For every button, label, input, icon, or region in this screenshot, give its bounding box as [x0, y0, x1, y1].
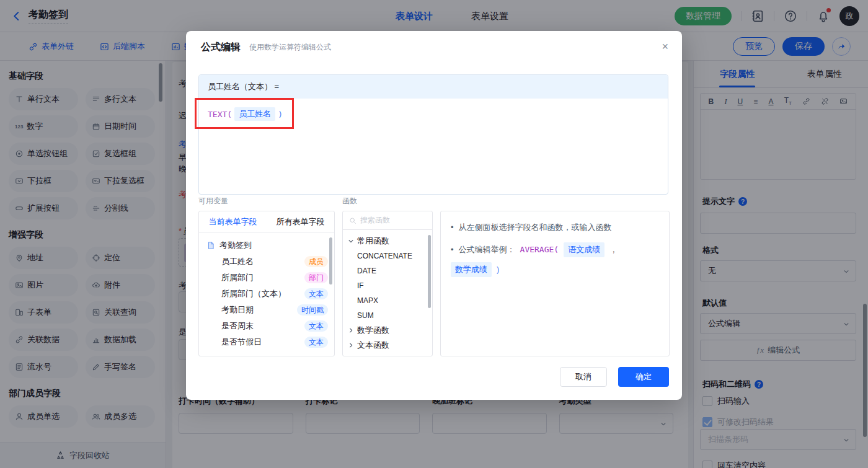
formula-edit-modal: 公式编辑 使用数学运算符编辑公式 × 员工姓名（文本） = TEXT( 员工姓名… — [186, 31, 682, 400]
function-item[interactable]: IF — [343, 278, 432, 293]
formula-field-chip[interactable]: 员工姓名 — [234, 107, 275, 121]
chevron-right-icon — [348, 327, 354, 333]
formula-editor[interactable]: 员工姓名（文本） = TEXT( 员工姓名 ) — [198, 74, 668, 195]
function-group[interactable]: 常用函数 — [343, 234, 432, 249]
functions-label: 函数 — [342, 196, 357, 206]
formula-target: 员工姓名（文本） = — [199, 75, 668, 99]
variables-panel: 当前表单字段所有表单字段 考勤签到员工姓名成员所属部门部门所属部门（文本）文本考… — [198, 211, 335, 356]
help-example-chip: 语文成绩 — [564, 242, 604, 257]
close-icon[interactable]: × — [662, 41, 668, 52]
modal-title: 公式编辑 — [201, 41, 241, 54]
variable-field-row[interactable]: 所属部门（文本）文本 — [199, 286, 334, 302]
help-example-close-paren: ) — [497, 263, 499, 276]
field-type-tag: 文本 — [304, 288, 328, 299]
variables-label: 可用变量 — [198, 196, 228, 206]
function-item[interactable]: SUM — [343, 308, 432, 323]
variable-field-row[interactable]: 是否节假日文本 — [199, 334, 334, 350]
chevron-right-icon — [348, 342, 354, 348]
help-line-1: 从左侧面板选择字段名和函数，或输入函数 — [459, 221, 612, 234]
field-type-tag: 成员 — [304, 256, 328, 267]
function-group[interactable]: 数学函数 — [343, 323, 432, 338]
form-icon — [206, 241, 215, 250]
formula-close-paren: ) — [278, 110, 283, 119]
function-search-input[interactable]: 搜索函数 — [343, 211, 432, 230]
variable-field-row[interactable]: 所属部门部门 — [199, 270, 334, 286]
help-example-comma: ， — [609, 244, 618, 256]
help-example-function: AVERAGE( — [520, 244, 559, 256]
variables-tab[interactable]: 当前表单字段 — [199, 211, 267, 232]
confirm-button[interactable]: 确定 — [618, 367, 669, 387]
variable-field-row[interactable]: 考勤日期时间戳 — [199, 302, 334, 318]
field-type-tag: 文本 — [304, 337, 328, 348]
search-icon — [349, 217, 356, 224]
function-item[interactable]: DATE — [343, 263, 432, 278]
help-example-chip: 数学成绩 — [451, 262, 492, 277]
function-item[interactable]: CONCATENATE — [343, 249, 432, 263]
functions-scrollbar[interactable] — [428, 235, 431, 308]
function-group[interactable]: 文本函数 — [343, 338, 432, 353]
variable-field-row[interactable]: 员工姓名成员 — [199, 254, 334, 270]
variables-form-node[interactable]: 考勤签到 — [199, 237, 334, 254]
field-type-tag: 文本 — [304, 320, 328, 332]
cancel-button[interactable]: 取消 — [560, 367, 607, 387]
variable-field-row[interactable]: 是否周末文本 — [199, 318, 334, 334]
formula-help-panel: • 从左侧面板选择字段名和函数，或输入函数 • 公式编辑举例： AVERAGE(… — [440, 211, 670, 356]
formula-function: TEXT( — [208, 110, 232, 119]
app-root: 考勤签到 表单设计表单设置 数据管理 政 表单外链后端脚本数据权限 预览 保存 … — [0, 0, 868, 468]
function-item[interactable]: MAPX — [343, 293, 432, 308]
variables-scrollbar[interactable] — [329, 237, 332, 285]
functions-panel: 搜索函数 常用函数CONCATENATEDATEIFMAPXSUM数学函数文本函… — [342, 211, 433, 356]
field-type-tag: 时间戳 — [297, 304, 328, 316]
help-example-prefix: 公式编辑举例： — [459, 244, 515, 256]
variables-tab[interactable]: 所有表单字段 — [267, 211, 334, 232]
chevron-down-icon — [348, 238, 354, 244]
modal-subtitle: 使用数学运算符编辑公式 — [249, 42, 331, 53]
field-type-tag: 部门 — [304, 272, 328, 283]
search-placeholder: 搜索函数 — [360, 215, 390, 226]
